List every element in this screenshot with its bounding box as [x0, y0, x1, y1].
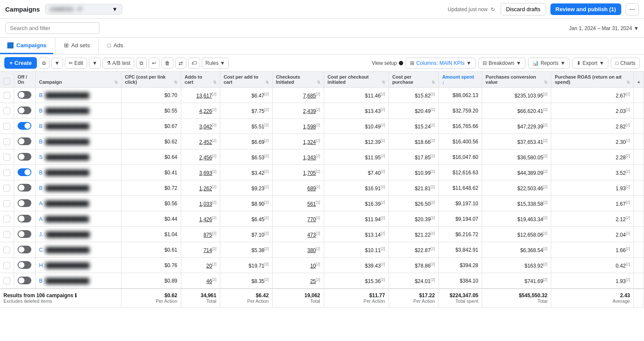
- checkouts-value[interactable]: 689: [307, 186, 316, 192]
- edit-dropdown-button[interactable]: ▼: [89, 58, 101, 69]
- row-toggle[interactable]: [14, 103, 36, 119]
- campaign-toggle[interactable]: [18, 261, 31, 269]
- adds-cart-value[interactable]: 2,452: [199, 139, 212, 145]
- adds-cart-value[interactable]: 20: [207, 263, 212, 269]
- campaign-name[interactable]: B: [39, 185, 43, 191]
- campaign-name-cell[interactable]: A ████████████: [36, 196, 122, 211]
- row-checkbox[interactable]: [0, 211, 14, 227]
- campaign-name[interactable]: B: [39, 108, 43, 114]
- tab-ads[interactable]: □ Ads: [98, 38, 130, 54]
- adds-cart-value[interactable]: 875: [204, 232, 212, 238]
- row-checkbox[interactable]: [0, 196, 14, 211]
- row-toggle[interactable]: [14, 211, 36, 227]
- row-toggle[interactable]: [14, 88, 36, 103]
- campaign-toggle[interactable]: [18, 199, 31, 207]
- campaign-name-cell[interactable]: B ████████████: [36, 134, 122, 149]
- campaign-name-cell[interactable]: H ████████████: [36, 258, 122, 273]
- duplicate-dropdown-button[interactable]: ▼: [51, 58, 63, 69]
- campaign-selector[interactable]: ASMDSS - P ▼: [45, 4, 122, 15]
- row-toggle[interactable]: [14, 258, 36, 273]
- row-checkbox[interactable]: [0, 119, 14, 134]
- rules-button[interactable]: Rules ▼: [202, 58, 229, 69]
- columns-button[interactable]: ⊞ Columns: MAIN KPIs ▼: [406, 58, 476, 69]
- cost-add-cart-header[interactable]: Cost per add to cart ⇅: [220, 72, 272, 88]
- adds-cart-value[interactable]: 3,042: [199, 124, 212, 130]
- campaign-toggle[interactable]: [18, 107, 31, 114]
- row-checkbox[interactable]: [0, 165, 14, 180]
- campaign-name-cell[interactable]: B ████████████: [36, 103, 122, 119]
- checkouts-value[interactable]: 473: [307, 232, 316, 238]
- edit-button[interactable]: ✏ Edit: [65, 58, 87, 69]
- roas-header[interactable]: Purchase ROAS (return on ad spend) ⇅: [551, 72, 634, 88]
- campaign-name[interactable]: C: [39, 247, 43, 253]
- campaign-name-cell[interactable]: B ████████████: [36, 273, 122, 289]
- more-options-button[interactable]: ···: [626, 3, 639, 15]
- select-all-header[interactable]: [0, 72, 14, 88]
- campaign-name[interactable]: J.: [39, 231, 43, 237]
- campaign-toggle[interactable]: [18, 122, 31, 130]
- row-toggle[interactable]: [14, 180, 36, 196]
- row-toggle[interactable]: [14, 119, 36, 134]
- delete-button[interactable]: 🗑: [161, 58, 173, 69]
- tag-button[interactable]: 🏷: [188, 58, 200, 69]
- row-checkbox[interactable]: [0, 88, 14, 103]
- publish-button[interactable]: Review and publish (1): [550, 3, 621, 15]
- campaign-name[interactable]: S: [39, 154, 43, 160]
- adds-cart-value[interactable]: 4,226: [199, 108, 212, 114]
- checkouts-value[interactable]: 7,685: [303, 93, 316, 99]
- campaign-name-cell[interactable]: B ████████████: [36, 119, 122, 134]
- row-toggle[interactable]: [14, 273, 36, 289]
- tab-adsets[interactable]: ⊞ Ad sets: [55, 38, 97, 54]
- move-button[interactable]: ⇄: [175, 58, 186, 69]
- row-checkbox[interactable]: [0, 258, 14, 273]
- reports-button[interactable]: 📊 Reports ▼: [528, 58, 570, 69]
- adds-cart-value[interactable]: 3,693: [199, 170, 212, 176]
- checkouts-value[interactable]: 2,439: [303, 108, 316, 114]
- campaign-name-cell[interactable]: J. ████████████: [36, 227, 122, 242]
- checkouts-value[interactable]: 1,598: [303, 124, 316, 130]
- campaign-name[interactable]: B: [39, 170, 43, 176]
- cpc-header[interactable]: CPC (cost per link click) ⇅: [122, 72, 181, 88]
- row-toggle[interactable]: [14, 149, 36, 165]
- campaign-toggle[interactable]: [18, 168, 31, 176]
- campaign-toggle[interactable]: [18, 215, 31, 222]
- campaign-toggle[interactable]: [18, 277, 31, 284]
- row-checkbox[interactable]: [0, 227, 14, 242]
- row-checkbox[interactable]: [0, 180, 14, 196]
- campaign-name-cell[interactable]: S ████████████: [36, 149, 122, 165]
- undo-button[interactable]: ↩: [149, 58, 160, 69]
- adds-cart-value[interactable]: 1,262: [199, 186, 212, 192]
- campaign-name-header[interactable]: Campaign ⇅: [36, 72, 122, 88]
- duplicate-button[interactable]: ⧉: [39, 58, 49, 69]
- row-checkbox[interactable]: [0, 242, 14, 258]
- discard-button[interactable]: Discard drafts: [501, 3, 546, 15]
- breakdown-button[interactable]: ⊟ Breakdown ▼: [478, 58, 526, 69]
- adds-to-cart-header[interactable]: Adds to cart ⇅: [181, 72, 220, 88]
- adds-cart-value[interactable]: 46: [207, 278, 212, 284]
- row-checkbox[interactable]: [0, 103, 14, 119]
- row-toggle[interactable]: [14, 227, 36, 242]
- campaign-name-cell[interactable]: C ████████████: [36, 242, 122, 258]
- campaign-toggle[interactable]: [18, 137, 31, 145]
- campaign-name-cell[interactable]: B ████████████: [36, 88, 122, 103]
- campaign-name-cell[interactable]: B ████████████: [36, 165, 122, 180]
- campaign-name[interactable]: B: [39, 278, 43, 284]
- checkouts-value[interactable]: 25: [310, 278, 316, 284]
- charts-button[interactable]: □ Charts: [611, 58, 640, 69]
- checkouts-value[interactable]: 770: [307, 216, 316, 222]
- campaign-toggle[interactable]: [18, 184, 31, 192]
- row-toggle[interactable]: [14, 134, 36, 149]
- checkouts-value[interactable]: 1,343: [303, 155, 316, 161]
- campaign-name[interactable]: B: [39, 123, 43, 129]
- adds-cart-value[interactable]: 1,426: [199, 216, 212, 222]
- tab-campaigns[interactable]: 🟦 Campaigns: [0, 38, 53, 54]
- refresh-icon[interactable]: ↻: [489, 6, 496, 13]
- view-setup-button[interactable]: View setup: [372, 60, 403, 66]
- campaign-name[interactable]: B: [39, 139, 43, 145]
- checkouts-header[interactable]: Checkouts Initiated ⇅: [272, 72, 324, 88]
- checkouts-value[interactable]: 10: [310, 263, 316, 269]
- checkouts-value[interactable]: 561: [307, 201, 316, 207]
- adds-cart-value[interactable]: 1,033: [199, 201, 212, 207]
- campaign-name[interactable]: A: [39, 201, 42, 207]
- export-button[interactable]: ⬇ Export ▼: [572, 58, 609, 69]
